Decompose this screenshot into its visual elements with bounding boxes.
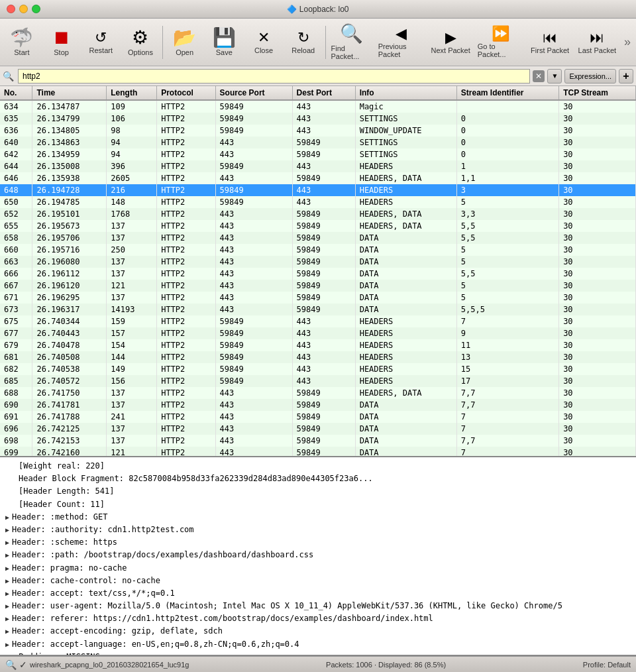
start-button[interactable]: 🦈 Start: [3, 21, 41, 64]
table-cell: 443: [292, 327, 355, 339]
table-row[interactable]: 68826.741750137HTTP244359849HEADERS, DAT…: [0, 387, 636, 399]
table-cell: 690: [0, 399, 32, 411]
close-window-btn[interactable]: [7, 5, 15, 13]
table-row[interactable]: 67126.196295137HTTP244359849DATA530: [0, 292, 636, 304]
save-button[interactable]: 💾 Save: [205, 21, 243, 64]
table-cell: 14193: [107, 304, 157, 315]
table-cell: 667: [0, 280, 32, 292]
table-row[interactable]: 63626.13480598HTTP259849443WINDOW_UPDATE…: [0, 125, 636, 137]
prev-packet-button[interactable]: ◀ Previous Packet: [376, 21, 427, 64]
detail-line[interactable]: ▶Header: :method: GET: [5, 511, 631, 524]
detail-line[interactable]: ▶Header: accept-encoding: gzip, deflate,…: [5, 625, 631, 638]
table-cell: 148: [107, 196, 157, 208]
first-packet-button[interactable]: ⏮ First Packet: [527, 21, 573, 64]
table-row[interactable]: 68226.740538149HTTP259849443HEADERS1530: [0, 363, 636, 375]
table-row[interactable]: 64626.1359382605HTTP244359849HEADERS, DA…: [0, 172, 636, 184]
close-button[interactable]: ✕ Close: [244, 21, 283, 64]
table-row[interactable]: 64826.194728216HTTP259849443HEADERS330: [0, 184, 636, 196]
toolbar-more[interactable]: »: [621, 32, 633, 52]
col-length[interactable]: Length: [107, 86, 157, 100]
table-cell: 658: [0, 232, 32, 244]
table-cell: 26.741788: [32, 411, 107, 423]
table-row[interactable]: 67326.19631714193HTTP244359849DATA5,5,53…: [0, 304, 636, 315]
packet-table-container: No. Time Length Protocol Source Port Des…: [0, 86, 636, 457]
table-row[interactable]: 63426.134787109HTTP259849443Magic30: [0, 100, 636, 113]
detail-line[interactable]: ▶Header: cache-control: no-cache: [5, 575, 631, 587]
col-info[interactable]: Info: [355, 86, 456, 100]
table-row[interactable]: 69926.742160121HTTP244359849DATA730: [0, 447, 636, 457]
table-cell: 26.194785: [32, 196, 107, 208]
table-cell: 675: [0, 315, 32, 327]
table-row[interactable]: 69126.741788241HTTP244359849DATA730: [0, 411, 636, 423]
table-row[interactable]: 67926.740478154HTTP259849443HEADERS1130: [0, 339, 636, 351]
table-cell: 241: [107, 411, 157, 423]
table-row[interactable]: 64226.13495994HTTP244359849SETTINGS030: [0, 148, 636, 160]
maximize-window-btn[interactable]: [32, 5, 40, 13]
col-time[interactable]: Time: [32, 86, 107, 100]
table-row[interactable]: 65526.195673137HTTP244359849HEADERS, DAT…: [0, 220, 636, 232]
col-no[interactable]: No.: [0, 86, 32, 100]
filter-input[interactable]: [18, 69, 530, 84]
detail-line[interactable]: ▶Header: :path: /bootstrap/docs/examples…: [5, 549, 631, 561]
table-row[interactable]: 67526.740344159HTTP259849443HEADERS730: [0, 315, 636, 327]
col-tcp-stream[interactable]: TCP Stream: [559, 86, 636, 100]
detail-line[interactable]: ▶Header: :authority: cdn1.http2test.com: [5, 524, 631, 536]
table-row[interactable]: 66326.196080137HTTP244359849DATA530: [0, 256, 636, 268]
stop-button[interactable]: ⏹ Stop: [42, 21, 81, 64]
minimize-window-btn[interactable]: [19, 5, 28, 13]
table-row[interactable]: 65826.195706137HTTP244359849DATA5,530: [0, 232, 636, 244]
table-cell: 443: [215, 411, 292, 423]
detail-line[interactable]: ▶Header: accept-language: en-US,en;q=0.8…: [5, 638, 631, 651]
last-packet-button[interactable]: ⏭ Last Packet: [574, 21, 620, 64]
table-row[interactable]: 65226.1951011768HTTP244359849HEADERS, DA…: [0, 208, 636, 220]
table-row[interactable]: 68526.740572156HTTP259849443HEADERS1730: [0, 375, 636, 387]
toolbar: 🦈 Start ⏹ Stop ↺ Restart ⚙ Options 📂 Ope…: [0, 19, 636, 66]
table-row[interactable]: 68126.740508144HTTP259849443HEADERS1330: [0, 351, 636, 363]
table-cell: HTTP2: [157, 315, 215, 327]
col-protocol[interactable]: Protocol: [157, 86, 215, 100]
table-row[interactable]: 69026.741781137HTTP244359849DATA7,730: [0, 399, 636, 411]
reload-button[interactable]: ↻ Reload: [284, 21, 323, 64]
col-src-port[interactable]: Source Port: [215, 86, 292, 100]
table-row[interactable]: 64026.13486394HTTP244359849SETTINGS030: [0, 137, 636, 148]
find-button[interactable]: 🔍 Find Packet...: [329, 21, 374, 64]
options-button[interactable]: ⚙ Options: [121, 21, 160, 64]
filter-dropdown-btn[interactable]: ▼: [547, 69, 562, 84]
col-dst-port[interactable]: Dest Port: [292, 86, 355, 100]
table-cell: HTTP2: [157, 208, 215, 220]
goto-button[interactable]: ⏩ Go to Packet...: [475, 21, 526, 64]
filter-clear-btn[interactable]: ✕: [533, 70, 545, 82]
table-row[interactable]: 63526.134799106HTTP259849443SETTINGS030: [0, 113, 636, 125]
table-row[interactable]: 66026.195716250HTTP244359849DATA530: [0, 244, 636, 256]
table-cell: 30: [559, 435, 636, 447]
col-stream-id[interactable]: Stream Identifier: [456, 86, 558, 100]
table-cell: [456, 100, 558, 113]
detail-line[interactable]: ▶Header: referer: https://cdn1.http2test…: [5, 612, 631, 625]
table-cell: 26.194728: [32, 184, 107, 196]
detail-line[interactable]: ▶Header: accept: text/css,*/*;q=0.1: [5, 587, 631, 600]
next-packet-button[interactable]: ▶ Next Packet: [428, 21, 474, 64]
first-icon: ⏮: [543, 30, 557, 45]
table-row[interactable]: 65026.194785148HTTP259849443HEADERS530: [0, 196, 636, 208]
table-row[interactable]: 69626.742125137HTTP244359849DATA730: [0, 423, 636, 435]
table-row[interactable]: 64426.135008396HTTP259849443HEADERS130: [0, 160, 636, 172]
filter-add-btn[interactable]: +: [619, 69, 633, 84]
table-cell: 30: [559, 375, 636, 387]
open-button[interactable]: 📂 Open: [166, 21, 204, 64]
table-cell: 443: [292, 351, 355, 363]
table-row[interactable]: 66726.196120121HTTP244359849DATA530: [0, 280, 636, 292]
expression-button[interactable]: Expression...: [564, 69, 616, 84]
table-cell: 26.195673: [32, 220, 107, 232]
detail-line[interactable]: ▶Header: :scheme: https: [5, 536, 631, 549]
table-cell: 30: [559, 327, 636, 339]
table-row[interactable]: 67726.740443157HTTP259849443HEADERS930: [0, 327, 636, 339]
detail-line[interactable]: ▶Header: pragma: no-cache: [5, 562, 631, 575]
table-row[interactable]: 66626.196112137HTTP244359849DATA5,530: [0, 268, 636, 280]
table-cell: 94: [107, 137, 157, 148]
restart-button[interactable]: ↺ Restart: [81, 21, 120, 64]
table-cell: DATA: [355, 399, 456, 411]
detail-line[interactable]: ▶Header: user-agent: Mozilla/5.0 (Macint…: [5, 600, 631, 612]
table-cell: 30: [559, 125, 636, 137]
table-row[interactable]: 69826.742153137HTTP244359849DATA7,730: [0, 435, 636, 447]
first-label: First Packet: [531, 46, 569, 54]
